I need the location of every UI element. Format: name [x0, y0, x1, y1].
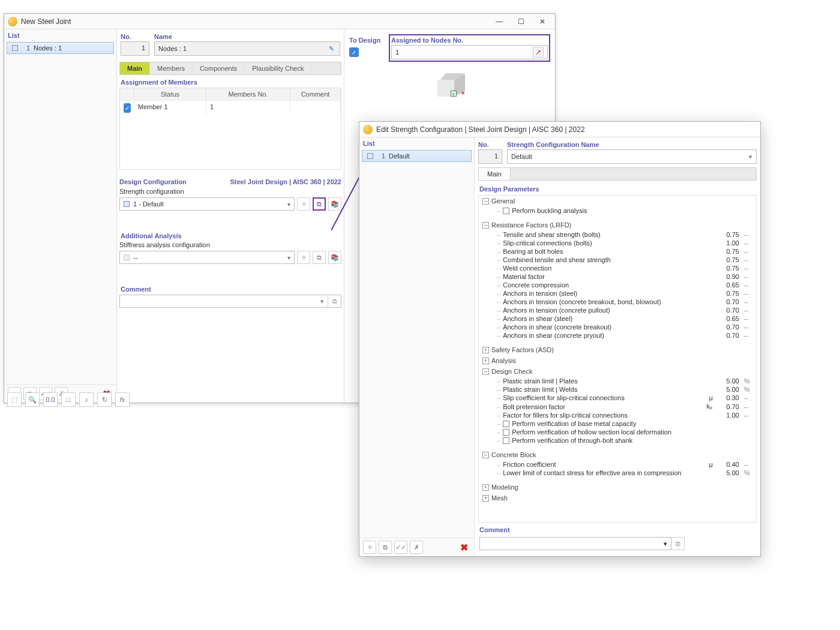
tree-item[interactable]: –Plastic strain limit | Welds5.00%	[479, 385, 756, 394]
stiffness-edit-icon[interactable]: ⧉	[313, 251, 326, 264]
tree-item[interactable]: –Bearing at bolt holes0.75--	[479, 247, 756, 256]
param-checkbox[interactable]	[503, 421, 509, 427]
expand-icon[interactable]: +	[482, 347, 489, 353]
name-field[interactable]: Nodes : 1 ✎	[154, 41, 340, 56]
tree-item[interactable]: –Combined tensile and shear strength0.75…	[479, 256, 756, 264]
w2-name-dropdown[interactable]: Default ▾	[507, 149, 757, 164]
tool-zoom-icon[interactable]: 🔍	[25, 392, 40, 407]
edit-name-icon[interactable]: ✎	[326, 44, 336, 53]
expand-icon[interactable]: –	[482, 198, 489, 205]
expand-icon[interactable]: +	[482, 484, 489, 491]
tree-item[interactable]: –Slip coefficient for slip-critical conn…	[479, 394, 756, 402]
tool-nodes-icon[interactable]: ⬚	[7, 392, 22, 407]
tab-members[interactable]: Members	[150, 62, 193, 74]
tree-item[interactable]: –Concrete compression0.65--	[479, 281, 756, 289]
tree-item[interactable]: –Plastic strain limit | Plates5.00%	[479, 377, 756, 385]
w2-uncheck-all-icon[interactable]: ✗	[410, 541, 423, 554]
center-panel: No. 1 Name Nodes : 1 ✎ Main Members Comp…	[117, 29, 344, 403]
param-checkbox[interactable]	[503, 208, 509, 214]
tool-filter-icon[interactable]: □	[61, 392, 76, 407]
strength-library-icon[interactable]: 📚	[328, 197, 341, 211]
w2-new-item-icon[interactable]: ✧	[363, 541, 376, 554]
tree-item[interactable]: –Friction coefficientμ0.40--	[479, 460, 756, 469]
tree-item[interactable]: –Lower limit of contact stress for effec…	[479, 469, 756, 477]
param-checkbox[interactable]	[503, 429, 509, 436]
tab-plausibility[interactable]: Plausibility Check	[245, 62, 311, 74]
stiffness-library-icon[interactable]: 📚	[328, 251, 341, 264]
no-field[interactable]: 1	[121, 41, 149, 56]
group-analysis[interactable]: +Analysis	[479, 355, 756, 366]
w2-no-field[interactable]: 1	[478, 149, 502, 164]
to-design-checkbox[interactable]: ✓	[349, 47, 359, 57]
strength-new-icon[interactable]: ✧	[297, 197, 310, 211]
tool-script-icon[interactable]: ♪	[79, 392, 94, 407]
stiffness-config-dropdown[interactable]: -- ▾	[119, 251, 295, 264]
tree-item[interactable]: –Perform verification of hollow section …	[479, 428, 756, 436]
design-parameters-tree[interactable]: –General–Perform buckling analysis–Resis…	[478, 195, 757, 523]
strength-config-label: Strength configuration	[119, 185, 341, 195]
tree-item[interactable]: –Bolt pretension factorkₚ0.70--	[479, 402, 756, 411]
tree-item[interactable]: –Anchors in shear (concrete pryout)0.70-…	[479, 331, 756, 340]
expand-icon[interactable]: –	[482, 222, 489, 229]
w2-comment-input[interactable]: ▾	[479, 537, 671, 550]
tree-item[interactable]: –Tensile and shear strength (bolts)0.75-…	[479, 230, 756, 239]
tree-item[interactable]: –Perform buckling analysis	[479, 206, 756, 215]
chevron-down-icon: ▾	[287, 254, 290, 261]
w2-tab-main[interactable]: Main	[479, 168, 511, 180]
tree-item[interactable]: –Factor for fillers for slip-critical co…	[479, 411, 756, 419]
group-modeling[interactable]: +Modeling	[479, 482, 756, 493]
tree-item[interactable]: –Material factor0.90--	[479, 272, 756, 281]
w2-comment-copy-icon[interactable]: ⧉	[671, 537, 685, 550]
w2-delete-item-icon[interactable]: ✖	[457, 541, 470, 554]
tree-item[interactable]: –Anchors in tension (concrete pullout)0.…	[479, 306, 756, 314]
pick-nodes-icon[interactable]: ↗	[533, 47, 544, 58]
to-design-header: To Design	[349, 37, 384, 45]
tree-item[interactable]: –Anchors in tension (concrete breakout, …	[479, 298, 756, 306]
member-row-checkbox[interactable]: ✓	[124, 103, 131, 113]
members-row-1[interactable]: ✓ Member 1 1	[120, 100, 341, 115]
expand-icon[interactable]: +	[482, 358, 489, 364]
expand-icon[interactable]: +	[482, 495, 489, 502]
comment-copy-icon[interactable]: ⧉	[328, 295, 341, 308]
param-checkbox[interactable]	[503, 437, 509, 444]
member-row-name: Member 1	[134, 101, 206, 115]
tree-item[interactable]: –Perform verification of base metal capa…	[479, 419, 756, 428]
tree-item[interactable]: –Anchors in shear (steel)0.65--	[479, 314, 756, 323]
group-concrete-block[interactable]: –Concrete Block	[479, 449, 756, 460]
group-general[interactable]: –General	[479, 196, 756, 206]
minimize-button[interactable]: —	[490, 16, 508, 28]
tool-refresh-icon[interactable]: ↻	[97, 392, 112, 407]
list-header: List	[4, 29, 116, 41]
w2-list-item-default[interactable]: 1 Default	[362, 150, 472, 162]
list-item-nodes[interactable]: 1 Nodes : 1	[7, 42, 114, 54]
tree-item[interactable]: –Perform verification of through-bolt sh…	[479, 436, 756, 445]
comment-input[interactable]: ▾ ⧉	[119, 295, 341, 308]
expand-icon[interactable]: –	[482, 368, 489, 375]
tab-main[interactable]: Main	[120, 62, 150, 74]
strength-edit-icon[interactable]: ⧉	[313, 197, 326, 211]
group-resistance-factors[interactable]: –Resistance Factors (LRFD)	[479, 220, 756, 230]
preview-3d: y ✶	[348, 69, 551, 106]
tab-components[interactable]: Components	[193, 62, 245, 74]
titlebar-w1[interactable]: New Steel Joint — ☐ ✕	[4, 14, 555, 29]
expand-icon[interactable]: –	[482, 452, 489, 458]
tool-fx-icon[interactable]: fx	[115, 392, 130, 407]
no-header: No.	[121, 33, 149, 41]
assigned-nodes-field[interactable]: 1 ↗	[391, 45, 548, 59]
maximize-button[interactable]: ☐	[512, 16, 530, 28]
w2-copy-item-icon[interactable]: ⧉	[379, 541, 392, 554]
stiffness-config-label: Stiffness analysis configuration	[119, 241, 341, 248]
titlebar-w2[interactable]: Edit Strength Configuration | Steel Join…	[359, 122, 760, 137]
tree-item[interactable]: –Slip-critical connections (bolts)1.00--	[479, 239, 756, 247]
tool-units-icon[interactable]: 0.0	[43, 392, 58, 407]
close-button[interactable]: ✕	[533, 16, 551, 28]
group-design-check[interactable]: –Design Check	[479, 366, 756, 377]
tree-item[interactable]: –Anchors in shear (concrete breakout)0.7…	[479, 323, 756, 331]
stiffness-new-icon[interactable]: ✧	[297, 251, 310, 264]
tree-item[interactable]: –Anchors in tension (steel)0.75--	[479, 289, 756, 298]
tree-item[interactable]: –Weld connection0.75--	[479, 264, 756, 272]
strength-config-dropdown[interactable]: 1 - Default ▾	[119, 197, 295, 211]
w2-check-all-icon[interactable]: ✓✓	[394, 541, 407, 554]
group-mesh[interactable]: +Mesh	[479, 493, 756, 503]
group-safety-factors[interactable]: +Safety Factors (ASD)	[479, 344, 756, 355]
